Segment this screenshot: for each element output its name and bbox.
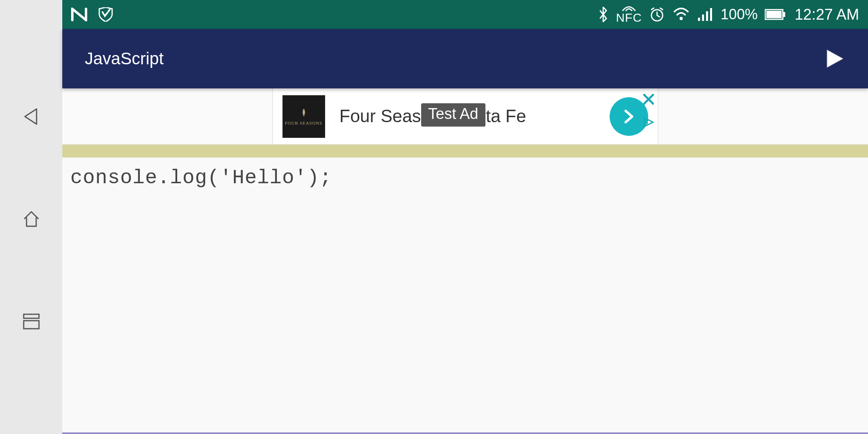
run-button[interactable]	[823, 47, 845, 70]
status-left-icons	[71, 7, 114, 22]
ad-banner[interactable]: FOUR SEASONS Four Seasons Santa Fe Test …	[272, 88, 658, 144]
svg-point-11	[647, 120, 648, 121]
play-icon	[823, 47, 845, 70]
recent-apps-icon	[21, 313, 41, 330]
svg-rect-12	[647, 122, 648, 124]
home-button[interactable]	[19, 207, 43, 231]
alarm-icon	[649, 6, 665, 23]
svg-rect-10	[783, 12, 785, 17]
back-button[interactable]	[19, 104, 43, 129]
ad-banner-row: FOUR SEASONS Four Seasons Santa Fe Test …	[62, 88, 868, 145]
svg-rect-9	[766, 11, 782, 18]
divider-bar	[62, 145, 868, 158]
svg-point-3	[680, 17, 683, 20]
app-screen: NFC 100% 12:27 AM JavaScript	[62, 0, 868, 434]
adchoices-icon	[643, 116, 655, 128]
play-badge-icon	[98, 7, 114, 22]
leaf-icon	[299, 108, 309, 118]
recent-apps-button[interactable]	[19, 309, 43, 334]
nfc-icon: NFC	[616, 5, 642, 24]
wifi-icon	[672, 7, 690, 22]
ad-logo: FOUR SEASONS	[283, 95, 325, 138]
status-right-cluster: NFC 100% 12:27 AM	[598, 5, 859, 24]
svg-rect-0	[24, 314, 39, 318]
clock-time: 12:27 AM	[794, 6, 859, 23]
ad-logo-text: FOUR SEASONS	[285, 121, 322, 125]
ad-info-button[interactable]	[643, 116, 655, 130]
battery-icon	[765, 8, 786, 20]
ad-controls	[643, 93, 655, 130]
android-nav-rail	[0, 0, 62, 434]
app-toolbar: JavaScript	[62, 29, 868, 88]
svg-rect-7	[710, 8, 712, 21]
battery-percent: 100%	[721, 6, 757, 23]
svg-rect-1	[24, 321, 39, 329]
code-content: console.log('Hello');	[70, 166, 332, 189]
signal-icon	[697, 7, 713, 22]
close-icon	[643, 93, 655, 105]
svg-rect-5	[702, 14, 704, 21]
home-icon	[21, 209, 41, 229]
back-triangle-icon	[21, 106, 41, 127]
svg-rect-6	[706, 11, 708, 21]
app-title: JavaScript	[85, 49, 164, 68]
ad-headline-wrap: Four Seasons Santa Fe Test Ad	[340, 106, 526, 127]
ad-test-badge: Test Ad	[421, 103, 486, 127]
code-editor[interactable]: console.log('Hello');	[62, 158, 868, 434]
bluetooth-icon	[598, 6, 609, 23]
nfc-label: NFC	[616, 12, 642, 24]
chevron-right-icon	[620, 108, 638, 125]
svg-rect-4	[698, 18, 700, 21]
n-logo-icon	[71, 8, 87, 21]
ad-close-button[interactable]	[643, 93, 655, 107]
android-status-bar: NFC 100% 12:27 AM	[62, 0, 868, 29]
